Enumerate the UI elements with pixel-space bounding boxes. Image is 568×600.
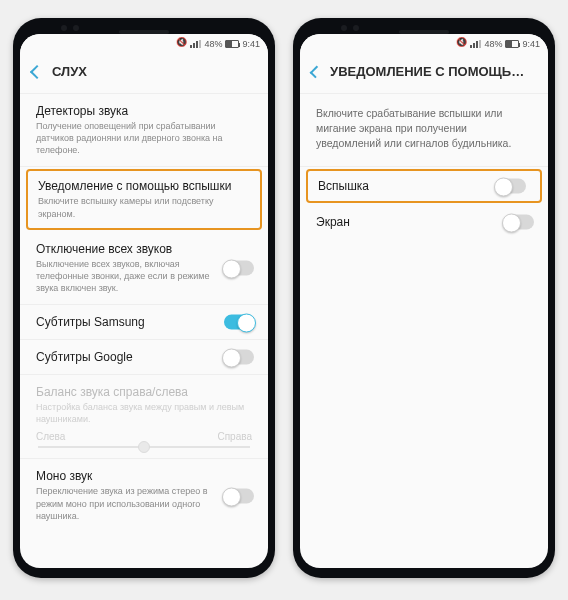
- item-title: Вспышка: [318, 179, 494, 193]
- toggle-flash[interactable]: [496, 178, 526, 193]
- item-title: Субтитры Google: [36, 350, 216, 364]
- item-title: Субтитры Samsung: [36, 315, 216, 329]
- toggle-mute-all[interactable]: [224, 260, 254, 275]
- screen-left: 48% 9:41 СЛУХ Детекторы звука Получение …: [20, 34, 268, 568]
- balance-slider: [38, 446, 250, 448]
- signal-icon: [470, 40, 481, 48]
- app-header: СЛУХ: [20, 54, 268, 94]
- item-sound-balance: Баланс звука справа/слева Настройка бала…: [20, 375, 268, 459]
- clock: 9:41: [522, 39, 540, 49]
- item-flash[interactable]: Вспышка: [306, 169, 542, 203]
- item-title: Уведомление с помощью вспышки: [38, 179, 250, 193]
- item-subtitle: Получение оповещений при срабатывании да…: [36, 120, 252, 156]
- item-title: Отключение всех звуков: [36, 242, 216, 256]
- mute-icon: [458, 40, 467, 49]
- item-title: Моно звук: [36, 469, 216, 483]
- mute-icon: [178, 40, 187, 49]
- item-subtitle: Включите вспышку камеры или подсветку эк…: [38, 195, 250, 219]
- page-description: Включите срабатывание вспышки или мигани…: [300, 94, 548, 167]
- balance-left-label: Слева: [36, 431, 65, 442]
- toggle-mono-sound[interactable]: [224, 488, 254, 503]
- page-title: СЛУХ: [52, 64, 87, 79]
- item-title: Детекторы звука: [36, 104, 252, 118]
- item-subtitle: Переключение звука из режима стерео в ре…: [36, 485, 216, 521]
- item-mute-all[interactable]: Отключение всех звуков Выключение всех з…: [20, 232, 268, 305]
- back-icon[interactable]: [30, 64, 44, 78]
- screen-right: 48% 9:41 УВЕДОМЛЕНИЕ С ПОМОЩЬЮ ВСПЫШКИ В…: [300, 34, 548, 568]
- status-bar: 48% 9:41: [300, 34, 548, 54]
- toggle-screen[interactable]: [504, 214, 534, 229]
- item-mono-sound[interactable]: Моно звук Переключение звука из режима с…: [20, 459, 268, 531]
- signal-icon: [190, 40, 201, 48]
- slider-thumb: [138, 441, 150, 453]
- back-icon[interactable]: [310, 65, 323, 78]
- item-title: Баланс звука справа/слева: [36, 385, 252, 399]
- item-subtitles-google[interactable]: Субтитры Google: [20, 340, 268, 375]
- balance-right-label: Справа: [217, 431, 252, 442]
- battery-percent: 48%: [204, 39, 222, 49]
- item-subtitle: Настройка баланса звука между правым и л…: [36, 401, 252, 425]
- item-subtitles-samsung[interactable]: Субтитры Samsung: [20, 305, 268, 340]
- toggle-subtitles-samsung[interactable]: [224, 315, 254, 330]
- item-subtitle: Выключение всех звуков, включая телефонн…: [36, 258, 216, 294]
- item-sound-detectors[interactable]: Детекторы звука Получение оповещений при…: [20, 94, 268, 167]
- battery-icon: [225, 40, 239, 48]
- app-header: УВЕДОМЛЕНИЕ С ПОМОЩЬЮ ВСПЫШКИ: [300, 54, 548, 94]
- battery-percent: 48%: [484, 39, 502, 49]
- phone-left: 48% 9:41 СЛУХ Детекторы звука Получение …: [13, 18, 275, 578]
- status-bar: 48% 9:41: [20, 34, 268, 54]
- item-title: Экран: [316, 215, 496, 229]
- item-screen[interactable]: Экран: [300, 205, 548, 239]
- battery-icon: [505, 40, 519, 48]
- clock: 9:41: [242, 39, 260, 49]
- toggle-subtitles-google[interactable]: [224, 350, 254, 365]
- page-title: УВЕДОМЛЕНИЕ С ПОМОЩЬЮ ВСПЫШКИ: [330, 64, 534, 79]
- phone-right: 48% 9:41 УВЕДОМЛЕНИЕ С ПОМОЩЬЮ ВСПЫШКИ В…: [293, 18, 555, 578]
- item-flash-notification[interactable]: Уведомление с помощью вспышки Включите в…: [26, 169, 262, 229]
